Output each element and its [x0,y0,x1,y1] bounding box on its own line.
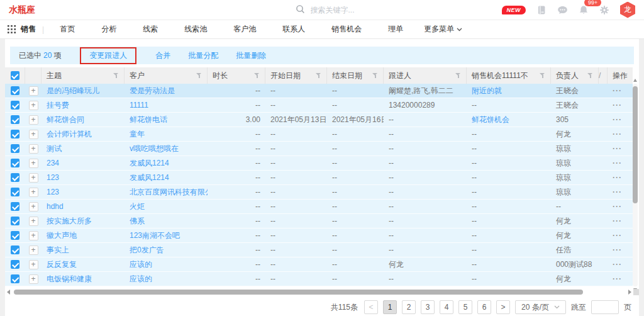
topic-link[interactable]: 按实施大所多 [47,217,92,225]
nav-item-3[interactable]: 线索池 [171,25,220,33]
nav-more-menu[interactable]: 更多菜单 [416,24,470,35]
topic-link[interactable]: 是的冯绍峰玩儿 [47,86,99,95]
customer-link[interactable]: 发威风1214 [130,173,169,182]
notebook-icon[interactable] [536,5,547,15]
nav-item-5[interactable]: 联系人 [269,25,318,33]
page-button-1[interactable]: 1 [383,300,397,314]
avatar[interactable]: 龙 [620,2,635,18]
toolbar-action-2[interactable]: 批量分配 [188,50,218,61]
row-actions-button[interactable]: ··· [613,115,622,124]
scroll-left-arrow-icon[interactable] [7,290,10,295]
expand-row-button[interactable]: + [29,159,38,168]
nav-item-6[interactable]: 销售机会 [318,25,375,33]
page-button-2[interactable]: 2 [402,300,416,314]
row-actions-button[interactable]: ··· [613,188,622,196]
page-button-5[interactable]: 5 [458,300,472,314]
topic-link[interactable]: 电饭锅和健康 [47,274,92,283]
topic-link[interactable]: 会计师计算机 [47,130,92,138]
horizontal-scrollbar-thumb[interactable] [14,290,583,295]
topic-link[interactable]: 鲜花饼合同 [47,115,84,124]
row-actions-button[interactable]: ··· [613,159,622,167]
expand-row-button[interactable]: + [29,130,38,139]
expand-row-button[interactable]: + [29,231,38,240]
filter-icon[interactable] [196,72,202,79]
expand-row-button[interactable]: + [29,260,38,269]
topic-link[interactable]: 事实上 [47,245,69,254]
row-checkbox[interactable] [11,144,19,153]
row-actions-button[interactable]: ··· [613,101,622,110]
row-actions-button[interactable]: ··· [613,245,622,254]
row-checkbox[interactable] [11,231,19,240]
toolbar-action-3[interactable]: 批量删除 [236,50,266,61]
customer-link[interactable]: 123南湖不会吧 [130,231,180,240]
customer-link[interactable]: 发威风1214 [130,159,169,167]
module-name[interactable]: 销售 [21,24,36,35]
topic-link[interactable]: 234 [47,159,59,167]
row-checkbox[interactable] [11,274,19,283]
topic-link[interactable]: hdhd [47,202,64,211]
row-checkbox[interactable] [11,260,19,269]
row-checkbox[interactable] [11,245,19,254]
filter-icon[interactable] [455,72,461,79]
prev-page-button[interactable]: < [364,300,378,314]
page-button-4[interactable]: 4 [440,300,453,314]
expand-row-button[interactable]: + [29,202,38,212]
customer-link[interactable]: 应该的 [130,274,152,283]
settings-gear-icon[interactable] [599,5,609,15]
expand-row-button[interactable]: + [29,173,38,183]
nav-item-1[interactable]: 分析 [88,25,130,33]
row-checkbox[interactable] [11,159,19,167]
row-actions-button[interactable]: ··· [613,144,622,153]
customer-link[interactable]: 北京百度网讯科技有限公司 [130,188,208,196]
expand-row-button[interactable]: + [29,245,38,255]
row-actions-button[interactable]: ··· [613,86,622,95]
expand-row-button[interactable]: + [29,188,38,197]
filter-icon[interactable] [540,72,545,79]
customer-link[interactable]: v哦吃哦想哦在 [130,144,179,153]
global-search[interactable] [296,4,428,16]
expand-row-button[interactable]: + [29,144,38,154]
customer-link[interactable]: 11111 [130,101,148,110]
expand-row-button[interactable]: + [29,101,38,110]
filter-icon[interactable] [587,72,593,79]
row-checkbox[interactable] [11,173,19,182]
nav-item-0[interactable]: 首页 [47,25,88,33]
topic-link[interactable]: 挂号费 [47,101,69,110]
nav-item-7[interactable]: 理单 [375,25,416,33]
horizontal-scrollbar[interactable] [5,289,639,295]
topic-link[interactable]: 测试 [47,144,62,153]
page-jump-input[interactable] [591,300,619,314]
opportunity-link[interactable]: 附近的就 [472,86,502,95]
page-button-6[interactable]: 6 [477,300,491,314]
topic-link[interactable]: 徽大声地 [47,231,77,240]
toolbar-action-0[interactable]: 变更跟进人 [80,47,136,64]
next-page-button[interactable]: > [496,300,510,314]
row-checkbox[interactable] [11,202,19,211]
customer-link[interactable]: 童年 [130,130,145,138]
customer-link[interactable]: 爱是劳动法是 [130,86,175,95]
chat-icon[interactable] [557,5,568,15]
expand-row-button[interactable]: + [29,115,38,125]
topic-link[interactable]: 123 [47,173,59,182]
row-checkbox[interactable] [11,86,19,95]
row-checkbox[interactable] [11,101,19,110]
search-input[interactable] [309,5,413,15]
row-checkbox[interactable] [11,115,19,124]
row-actions-button[interactable]: ··· [613,202,622,211]
row-checkbox[interactable] [11,130,19,138]
expand-row-button[interactable]: + [29,86,38,96]
app-grid-icon[interactable] [8,25,16,33]
customer-link[interactable]: 鲜花饼电话 [130,115,167,124]
row-actions-button[interactable]: ··· [613,217,622,225]
row-checkbox[interactable] [11,217,19,225]
filter-icon[interactable] [372,72,378,79]
opportunity-link[interactable]: 鲜花饼机会 [472,115,509,124]
row-actions-button[interactable]: ··· [613,274,622,283]
row-actions-button[interactable]: ··· [613,231,622,240]
customer-link[interactable]: 应该的 [130,260,152,269]
row-actions-button[interactable]: ··· [613,260,622,269]
toolbar-action-1[interactable]: 合并 [155,50,170,61]
filter-icon[interactable] [316,72,321,79]
expand-row-button[interactable]: + [29,217,38,226]
scroll-right-arrow-icon[interactable] [628,290,631,295]
